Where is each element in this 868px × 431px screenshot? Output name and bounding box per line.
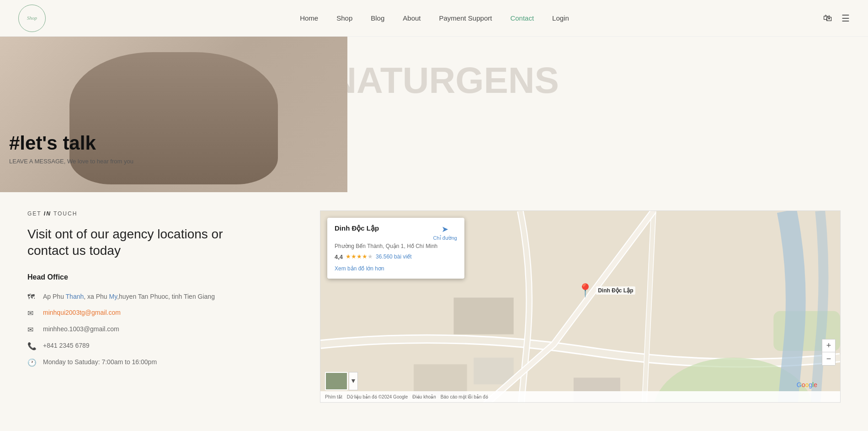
email1-link[interactable]: minhqui2003tg@gmail.com [43, 309, 121, 316]
contact-email2: minhheo.1003@gmail.com [43, 325, 119, 334]
svg-rect-4 [474, 358, 513, 384]
contact-email2-row: ✉ minhheo.1003@gmail.com [27, 325, 302, 334]
get-in-touch-in: IN [44, 210, 51, 217]
map-footer-data: Dữ liệu bản đồ ©2024 Google [347, 394, 408, 399]
email2-icon: ✉ [27, 325, 37, 334]
nav-item-blog[interactable]: Blog [371, 14, 384, 22]
contact-email1-row: ✉ minhqui2003tg@gmail.com [27, 308, 302, 318]
map-zoom-controls: + − [822, 339, 836, 366]
zoom-in-button[interactable]: + [822, 339, 835, 352]
contact-phone: +841 2345 6789 [43, 341, 90, 350]
map-icon: 🗺 [27, 293, 37, 301]
zoom-out-button[interactable]: − [822, 352, 835, 365]
logo-text: Shop [27, 15, 37, 21]
nav-link-payment[interactable]: Payment Support [439, 14, 492, 22]
contact-address: Ap Phu Thanh, xa Phu My,huyen Tan Phuoc,… [43, 292, 215, 302]
rating-count: 36.560 bài viết [376, 253, 411, 260]
map-pin: 📍 Dinh Độc Lập [577, 284, 635, 297]
nav-item-payment[interactable]: Payment Support [439, 14, 492, 22]
google-logo: Google [797, 381, 817, 388]
photo-thumbnail[interactable] [325, 372, 348, 390]
hero-text-overlay: #let's talk LEAVE A MESSAGE, We love to … [9, 132, 133, 165]
map-footer-report[interactable]: Báo cáo một lỗi bản đồ [441, 394, 488, 399]
nav-item-home[interactable]: Home [300, 14, 318, 22]
nav-item-about[interactable]: About [403, 14, 421, 22]
contact-phone-row: 📞 +841 2345 6789 [27, 341, 302, 350]
rating-number: 4,4 [335, 253, 343, 260]
nav-link-login[interactable]: Login [552, 14, 569, 22]
hero-person-silhouette [0, 37, 347, 192]
photo-expand-button[interactable]: ▼ [349, 372, 358, 390]
pin-icon: 📍 [577, 284, 593, 297]
contact-hours: Monday to Satuday: 7:00am to 16:00pm [43, 358, 157, 367]
nav-link-shop[interactable]: Shop [336, 14, 352, 22]
map-footer-terms[interactable]: Điều khoản [412, 394, 436, 399]
pin-label: Dinh Độc Lập [596, 286, 635, 295]
popup-header: Dinh Độc Lập ➤ Chỉ đường [335, 224, 457, 241]
hero-image [0, 37, 347, 192]
nav-right: 🛍 ☰ [823, 13, 850, 24]
nav-link-home[interactable]: Home [300, 14, 318, 22]
nav-item-shop[interactable]: Shop [336, 14, 352, 22]
nav-link-about[interactable]: About [403, 14, 421, 22]
hero-subtitle: LEAVE A MESSAGE, We love to hear from yo… [9, 158, 133, 165]
nav-links: Home Shop Blog About Payment Support Con… [300, 14, 569, 22]
navbar: Shop Home Shop Blog About Payment Suppor… [0, 0, 868, 37]
directions-label: Chỉ đường [433, 235, 457, 241]
stars: ★★★★★ [346, 253, 373, 260]
logo[interactable]: Shop [18, 5, 46, 32]
map-popup: Dinh Độc Lập ➤ Chỉ đường Phường Bến Thàn… [327, 218, 464, 279]
nav-item-contact[interactable]: Contact [510, 14, 534, 22]
popup-rating: 4,4 ★★★★★ 36.560 bài viết [335, 253, 457, 260]
nav-item-login[interactable]: Login [552, 14, 569, 22]
contact-address-row: 🗺 Ap Phu Thanh, xa Phu My,huyen Tan Phuo… [27, 292, 302, 302]
clock-icon: 🕐 [27, 358, 37, 367]
map-container: Dinh Độc Lập ➤ Chỉ đường Phường Bến Thàn… [320, 210, 841, 403]
popup-place-name: Dinh Độc Lập [335, 224, 379, 232]
map-footer: Phím tắt Dữ liệu bản đồ ©2024 Google Điề… [320, 391, 840, 402]
popup-map-link[interactable]: Xem bản đồ lớn hơn [335, 265, 384, 272]
phone-icon: 📞 [27, 342, 37, 350]
cart-icon[interactable]: 🛍 [823, 13, 832, 23]
contact-hours-row: 🕐 Monday to Satuday: 7:00am to 16:00pm [27, 358, 302, 367]
contact-left: GET IN TOUCH Visit ont of our agency loc… [27, 210, 302, 403]
nav-link-blog[interactable]: Blog [371, 14, 384, 22]
hero-title: #let's talk [9, 132, 133, 154]
svg-rect-6 [454, 297, 514, 334]
popup-directions[interactable]: ➤ Chỉ đường [433, 224, 457, 241]
hero-section: Shop NATURGENS #let's talk LEAVE A MESSA… [0, 37, 868, 192]
directions-icon: ➤ [442, 224, 448, 234]
map-footer-shortcuts[interactable]: Phím tắt [325, 394, 342, 399]
contact-section: GET IN TOUCH Visit ont of our agency loc… [0, 192, 868, 421]
hamburger-icon[interactable]: ☰ [841, 13, 850, 24]
get-in-touch-label: GET IN TOUCH [27, 210, 302, 217]
contact-heading: Visit ont of our agency locations or con… [27, 226, 256, 259]
popup-address: Phường Bến Thành, Quận 1, Hồ Chí Minh [335, 243, 457, 249]
head-office-title: Head Office [27, 273, 302, 281]
email1-icon: ✉ [27, 309, 37, 318]
nav-link-contact[interactable]: Contact [510, 14, 534, 22]
logo-circle: Shop [18, 5, 46, 32]
contact-email1: minhqui2003tg@gmail.com [43, 308, 121, 318]
